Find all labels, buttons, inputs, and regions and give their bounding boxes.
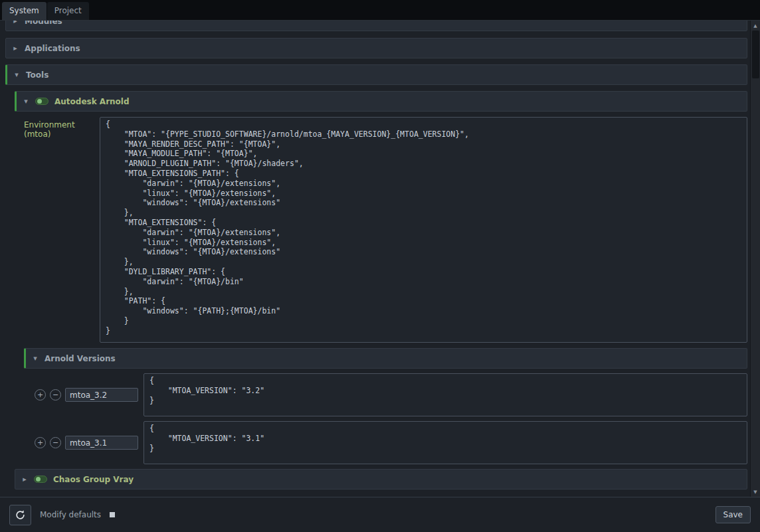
section-header-modules[interactable]: ▸ Modules — [5, 21, 747, 31]
tool-enabled-toggle-icon[interactable] — [34, 476, 47, 483]
settings-window: System Project ▸ Modules ▸ Applications … — [0, 0, 760, 532]
section-header-arnold-versions[interactable]: ▾ Arnold Versions — [24, 348, 747, 369]
scroll-down-button[interactable]: ▼ — [751, 487, 760, 497]
environment-field-row: Environment (mtoa) { "MTOA": "{PYPE_STUD… — [24, 117, 747, 343]
modify-defaults-checkbox[interactable] — [110, 512, 115, 517]
remove-version-button[interactable]: − — [50, 437, 61, 448]
add-version-button[interactable]: + — [35, 437, 46, 448]
version-name-input[interactable] — [65, 436, 138, 450]
chevron-right-icon: ▸ — [12, 21, 19, 25]
section-title-chaos-group-vray: Chaos Group Vray — [53, 475, 134, 484]
section-header-autodesk-arnold[interactable]: ▾ Autodesk Arnold — [15, 91, 747, 112]
environment-json-textarea[interactable]: { "MTOA": "{PYPE_STUDIO_SOFTWARE}/arnold… — [100, 117, 747, 343]
add-version-button[interactable]: + — [35, 389, 46, 400]
environment-label: Environment (mtoa) — [24, 117, 100, 139]
chevron-down-icon: ▾ — [32, 354, 39, 363]
scrollbar-thumb[interactable] — [752, 31, 759, 78]
section-title-tools: Tools — [26, 70, 48, 80]
refresh-icon — [15, 509, 26, 521]
modify-defaults-label: Modify defaults — [40, 510, 101, 519]
toggle-knob — [36, 477, 41, 482]
remove-version-button[interactable]: − — [50, 389, 61, 400]
settings-main-area: ▸ Modules ▸ Applications ▾ Tools ▾ Autod… — [0, 20, 760, 497]
section-title-autodesk-arnold: Autodesk Arnold — [54, 97, 130, 106]
arnold-version-row: + − { "MTOA_VERSION": "3.2" } — [24, 373, 747, 416]
chevron-down-icon: ▾ — [23, 97, 29, 106]
chevron-right-icon: ▸ — [21, 475, 28, 484]
footer-bar: Modify defaults Save — [0, 497, 760, 532]
version-json-textarea[interactable]: { "MTOA_VERSION": "3.2" } — [143, 373, 747, 416]
save-button[interactable]: Save — [715, 506, 751, 523]
version-name-input[interactable] — [65, 388, 138, 402]
arnold-version-row: + − { "MTOA_VERSION": "3.1" } — [24, 421, 747, 464]
chevron-right-icon: ▸ — [12, 44, 19, 52]
chevron-down-icon: ▾ — [13, 70, 20, 79]
vertical-scrollbar: ▲ ▼ — [750, 21, 760, 497]
tab-system[interactable]: System — [2, 2, 47, 20]
top-tab-bar: System Project — [0, 0, 760, 20]
settings-scroll-area: ▸ Modules ▸ Applications ▾ Tools ▾ Autod… — [0, 21, 750, 497]
scroll-up-button[interactable]: ▲ — [751, 21, 760, 31]
section-header-tools[interactable]: ▾ Tools — [5, 64, 747, 85]
tool-enabled-toggle-icon[interactable] — [35, 98, 48, 105]
section-title-modules: Modules — [25, 21, 62, 26]
section-header-chaos-group-vray[interactable]: ▸ Chaos Group Vray — [15, 469, 747, 489]
version-json-textarea[interactable]: { "MTOA_VERSION": "3.1" } — [143, 421, 747, 464]
refresh-button[interactable] — [9, 505, 31, 525]
section-title-applications: Applications — [25, 44, 80, 53]
section-header-applications[interactable]: ▸ Applications — [5, 38, 747, 58]
toggle-knob — [37, 99, 42, 104]
section-title-arnold-versions: Arnold Versions — [45, 354, 116, 363]
tab-project[interactable]: Project — [47, 2, 89, 20]
